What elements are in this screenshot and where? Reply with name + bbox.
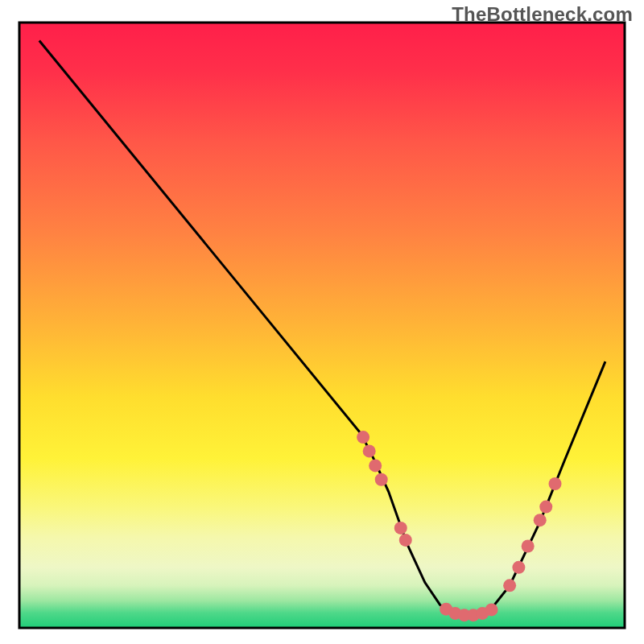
data-marker [375, 473, 388, 486]
data-marker [357, 431, 369, 444]
chart-container: TheBottleneck.com [0, 0, 644, 644]
data-marker [394, 522, 407, 535]
data-marker [539, 501, 552, 514]
data-marker [534, 514, 547, 526]
watermark: TheBottleneck.com [452, 3, 633, 26]
data-marker [485, 603, 498, 616]
data-marker [369, 459, 382, 472]
data-marker [512, 561, 525, 574]
data-marker [522, 539, 535, 552]
data-marker [549, 477, 562, 490]
bottleneck-chart [0, 0, 644, 644]
data-marker [503, 579, 516, 592]
data-marker [399, 534, 412, 547]
data-marker [363, 444, 376, 457]
